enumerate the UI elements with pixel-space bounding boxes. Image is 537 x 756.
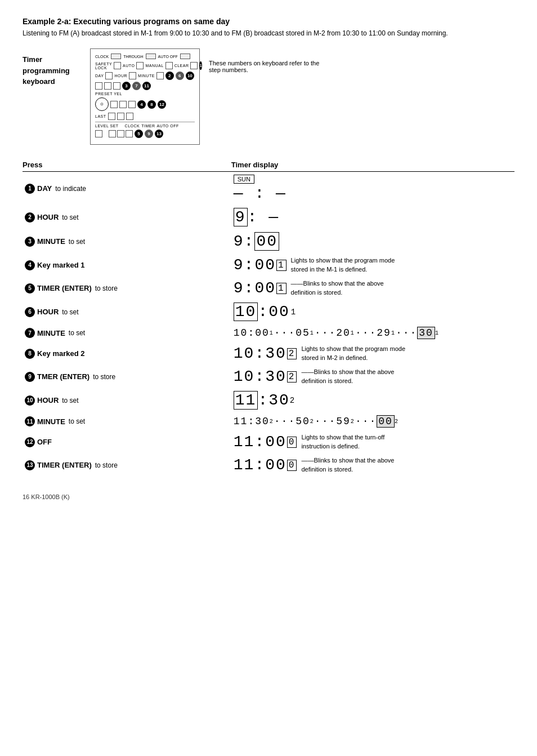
display-off: 11:000	[234, 433, 297, 451]
table-row: 4 Key marked 1 9:001 Lights to show that…	[23, 254, 514, 277]
note-timer1: ——Blinks to show that the above definiti…	[291, 279, 404, 297]
display-hour-2: 9: —	[234, 208, 512, 226]
table-row: 2 HOUR to set 9: —	[23, 205, 514, 229]
step-action-11: to set	[69, 417, 85, 425]
table-row: 10 HOUR to set 11:302	[23, 388, 514, 412]
table-row: 9 TMER (ENTER) to store 10:302 ——Blinks …	[23, 365, 514, 388]
step-num-5: 5	[25, 283, 35, 293]
step-key-11: MINUTE	[37, 417, 65, 426]
table-row: 1 DAY to indicate SUN — : —	[23, 172, 514, 206]
note-key1: Lights to show that the program mode sto…	[291, 256, 404, 274]
display-minute-7: 10:001···051···201···291···301	[234, 327, 512, 339]
display-minute-11: 11:302···502···592···002	[234, 415, 512, 428]
step-num-7: 7	[25, 328, 35, 338]
display-key1: 9:001	[234, 256, 287, 274]
page-footer: 16 KR-1000B (K)	[23, 493, 514, 500]
display-hour-10: 11:302	[234, 391, 512, 410]
table-row: 8 Key marked 2 10:302 Lights to show tha…	[23, 342, 514, 365]
table-row: 3 MINUTE to set 9:00	[23, 229, 514, 254]
note-timer3: ——Blinks to show that the above definiti…	[301, 456, 414, 474]
step-action-13: to store	[95, 461, 118, 469]
step-key-3: MINUTE	[37, 237, 65, 246]
display-timer-enter3: 11:000	[234, 456, 297, 474]
page-subtitle: Listening to FM (A) broadcast stored in …	[23, 28, 514, 38]
step-action-7: to set	[69, 329, 85, 337]
table-row: 5 TIMER (ENTER) to store 9:001 ——Blinks …	[23, 277, 514, 300]
step-key-7: MINUTE	[37, 329, 65, 337]
page-title: Example 2-a: Executing various programs …	[23, 17, 514, 26]
press-header: Press	[23, 161, 231, 172]
display-hour-6: 10:001	[234, 303, 512, 321]
table-row: 6 HOUR to set 10:001	[23, 300, 514, 324]
display-minute-3: 9:00	[234, 232, 512, 251]
sun-badge: SUN	[234, 175, 254, 184]
step-key-1: DAY	[37, 184, 52, 193]
display-timer-enter1: 9:001	[234, 279, 287, 297]
step-key-4: Key marked 1	[37, 261, 85, 269]
table-row: 12 OFF 11:000 Lights to show that the tu…	[23, 430, 514, 453]
step-key-12: OFF	[37, 438, 52, 446]
step-action-10: to set	[62, 397, 78, 404]
step-num-9: 9	[25, 372, 35, 382]
step-num-2: 2	[25, 212, 35, 223]
step-num-3: 3	[25, 237, 35, 247]
step-num-8: 8	[25, 349, 35, 359]
table-row: 7 MINUTE to set 10:001···051···201···291…	[23, 324, 514, 342]
step-key-8: Key marked 2	[37, 349, 85, 358]
keyboard-note: These numbers on keyboard refer to the s…	[209, 60, 333, 73]
step-num-12: 12	[25, 437, 35, 447]
step-num-13: 13	[25, 460, 35, 470]
step-action-1: to indicate	[55, 185, 86, 193]
display-key2: 10:302	[234, 345, 297, 362]
step-key-9: TMER (ENTER)	[37, 372, 90, 381]
step-num-6: 6	[25, 307, 35, 317]
step-key-5: TIMER (ENTER)	[37, 284, 92, 292]
step-action-6: to set	[62, 308, 78, 316]
step-key-2: HOUR	[37, 213, 59, 221]
display-header: Timer display	[231, 161, 514, 172]
note-timer2: ——Blinks to show that the above definiti…	[301, 368, 414, 385]
table-row: 11 MINUTE to set 11:302···502···592···00…	[23, 412, 514, 430]
step-num-10: 10	[25, 395, 35, 406]
keyboard-label: Timerprogrammingkeyboard	[23, 54, 90, 87]
step-num-11: 11	[25, 416, 35, 426]
step-key-6: HOUR	[37, 308, 59, 316]
note-off: Lights to show that the turn-off instruc…	[301, 433, 414, 451]
step-action-9: to store	[93, 373, 115, 381]
step-key-10: HOUR	[37, 396, 59, 404]
step-key-13: TIMER (ENTER)	[37, 461, 92, 469]
keyboard-diagram: CLOCK THROUGH AUTO OFF SAFETY LOCK AUTO …	[90, 48, 200, 145]
step-action-5: to store	[95, 284, 118, 292]
step-action-3: to set	[69, 238, 85, 246]
table-row: 13 TIMER (ENTER) to store 11:000 ——Blink…	[23, 453, 514, 477]
display-day: — : —	[234, 185, 287, 202]
step-num-4: 4	[25, 260, 35, 270]
step-num-1: 1	[25, 184, 35, 194]
step-action-2: to set	[62, 214, 78, 221]
display-timer-enter2: 10:302	[234, 368, 297, 385]
note-key2: Lights to show that the program mode sto…	[301, 345, 414, 362]
